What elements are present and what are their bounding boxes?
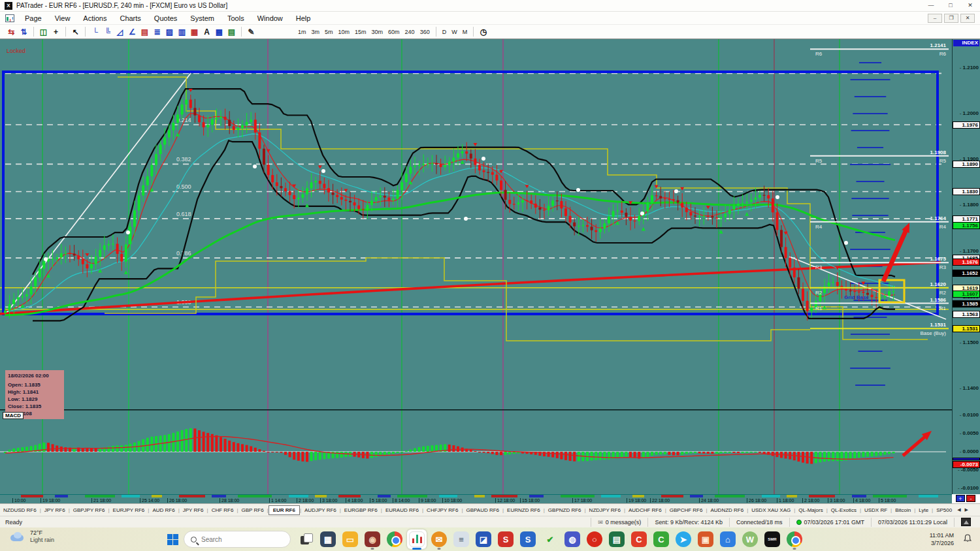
zoom-in-button[interactable]: + [956, 495, 965, 502]
symbol-tab-gbpchf-rf6[interactable]: GBPCHF RF6 [666, 507, 706, 514]
cascade-windows-icon[interactable]: ⇅ [18, 26, 29, 37]
chart-area[interactable]: 0.2140.3820.5000.6180.7861.0001.2141R6R6… [0, 39, 952, 494]
heatgrid-icon[interactable]: ▦ [189, 26, 200, 37]
photos-icon[interactable]: ◪ [474, 529, 493, 549]
pencil-icon[interactable]: ✎ [246, 26, 257, 37]
timeframe-button-5m[interactable]: 5m [322, 29, 336, 35]
child-minimize-button[interactable]: – [928, 14, 942, 23]
timeframe-button-15m[interactable]: 15m [352, 29, 369, 35]
symbol-tab-usdx-rf[interactable]: USDX RF [861, 507, 890, 514]
period-button-M[interactable]: M [460, 29, 470, 35]
bank-app-icon[interactable]: ⌂ [718, 529, 738, 549]
symbol-tab-jpy-rf6[interactable]: JPY RF6 [180, 507, 207, 514]
notification-bell-icon[interactable] [963, 534, 972, 543]
symbol-tab-gbpjpy-rf6[interactable]: GBPJPY RF6 [70, 507, 108, 514]
orange-app-icon[interactable]: ▣ [696, 529, 715, 549]
start-button[interactable] [167, 534, 178, 545]
vault-app-icon[interactable]: ◉ [363, 529, 382, 549]
timeframe-button-1m[interactable]: 1m [295, 29, 309, 35]
vlines-icon[interactable]: ▥ [176, 26, 188, 37]
tile-windows-icon[interactable]: ⇆ [6, 26, 17, 37]
outlook-icon[interactable]: ✉ [429, 529, 449, 549]
search-box[interactable] [184, 531, 291, 548]
menu-item-window[interactable]: Window [251, 14, 289, 22]
tab-scroll-right[interactable]: ▶ [963, 507, 970, 512]
zoom-out-button[interactable]: - [966, 495, 975, 502]
price-chart-svg[interactable]: 0.2140.3820.5000.6180.7861.0001.2141R6R6… [0, 39, 952, 494]
menu-item-charts[interactable]: Charts [113, 14, 147, 22]
red-circle-app-icon[interactable]: ○ [585, 529, 604, 549]
symbol-tab-chfjpy-rf6[interactable]: CHFJPY RF6 [423, 507, 461, 514]
symbol-tab-sp500[interactable]: SP500 [933, 507, 955, 514]
symbol-tab-gbp-rf6[interactable]: GBP RF6 [238, 507, 267, 514]
menu-item-actions[interactable]: Actions [76, 14, 113, 22]
blue-app-icon[interactable]: ◍ [563, 529, 582, 549]
telegram-icon[interactable]: ➤ [674, 529, 693, 549]
symbol-tab-eurjpy-rf6[interactable]: EURJPY RF6 [110, 507, 148, 514]
period-button-W[interactable]: W [449, 29, 460, 35]
timeframe-button-30m[interactable]: 30m [369, 29, 386, 35]
symbol-tab-eurgbp-rf6[interactable]: EURGBP RF6 [341, 507, 381, 514]
search-input[interactable] [201, 536, 273, 543]
symbol-tab-bitcoin[interactable]: Bitcoin [892, 507, 914, 514]
close-button[interactable]: ✕ [960, 0, 980, 11]
smr-app-icon[interactable]: SMR [762, 529, 782, 549]
symbol-tab-audnzd-rf6[interactable]: AUDNZD RF6 [708, 507, 747, 514]
trendline-icon[interactable]: ◿ [114, 26, 125, 37]
menu-item-system[interactable]: System [184, 14, 221, 22]
status-alert-cell[interactable] [954, 518, 980, 527]
file-explorer-icon[interactable]: ▭ [340, 529, 360, 549]
timeframe-button-60m[interactable]: 60m [385, 29, 402, 35]
webull-icon[interactable]: W [740, 529, 760, 549]
symbol-tab-ql-majors[interactable]: QL-Majors [795, 507, 826, 514]
symbol-tab-nzdusd-rf6[interactable]: NZDUSD RF6 [0, 507, 40, 514]
chart-line-icon[interactable]: └ [90, 26, 101, 37]
crosshair-icon[interactable]: + [50, 26, 61, 37]
symbol-tab-aud-rf6[interactable]: AUD RF6 [149, 507, 178, 514]
symbol-tab-nzdjpy-rf6[interactable]: NZDJPY RF6 [586, 507, 624, 514]
hatch-icon[interactable]: ▨ [164, 26, 175, 37]
chrome-icon[interactable] [385, 529, 404, 549]
symbol-tab-audjpy-rf6[interactable]: AUDJPY RF6 [301, 507, 340, 514]
symbol-tab-eur-rf6[interactable]: EUR RF6 [269, 505, 300, 515]
symbol-tab-audchf-rf6[interactable]: AUDCHF RF6 [625, 507, 665, 514]
symbol-tab-jpy-rf6[interactable]: JPY RF6 [41, 507, 69, 514]
menu-item-quotes[interactable]: Quotes [148, 14, 184, 22]
weather-widget[interactable]: 72°F Light rain [9, 529, 54, 544]
channel-icon[interactable]: ∠ [127, 26, 138, 37]
notepad-icon[interactable]: ≡ [451, 529, 471, 549]
maximize-button[interactable]: □ [941, 0, 960, 11]
period-button-D[interactable]: D [440, 29, 449, 35]
hlines-icon[interactable]: ≣ [152, 26, 163, 37]
status-messages[interactable]: ✉ 0 message(s) [591, 518, 647, 527]
timeframe-button-240[interactable]: 240 [402, 29, 417, 35]
symbol-tab-lyte[interactable]: Lyte [915, 507, 932, 514]
minimize-button[interactable]: — [921, 0, 941, 11]
symbol-tab-chf-rf6[interactable]: CHF RF6 [208, 507, 237, 514]
symbol-tab-ql-exotics[interactable]: QL-Exotics [828, 507, 860, 514]
child-restore-button[interactable]: ❐ [944, 14, 958, 23]
chart-step-icon[interactable]: ╚ [102, 26, 113, 37]
session-clock-icon[interactable]: ◷ [478, 26, 489, 37]
camtasia-icon[interactable]: C [651, 529, 671, 549]
s-blue-app-icon[interactable]: S [518, 529, 538, 549]
c-red-app-icon[interactable]: C [629, 529, 649, 549]
symbol-tab-euraud-rf6[interactable]: EURAUD RF6 [382, 507, 422, 514]
patrader-icon[interactable] [407, 529, 427, 549]
symbol-tab-gbpnzd-rf6[interactable]: GBPNZD RF6 [545, 507, 585, 514]
pattern-icon[interactable]: ▩ [214, 26, 225, 37]
timeframe-button-10m[interactable]: 10m [336, 29, 353, 35]
text-tool-icon[interactable]: A [201, 26, 212, 37]
s-red-app-icon[interactable]: S [496, 529, 515, 549]
symbol-tab-usdx-xau-xag[interactable]: USDX XAU XAG [748, 507, 794, 514]
menu-item-tools[interactable]: Tools [221, 14, 251, 22]
task-view-icon[interactable] [296, 529, 316, 549]
symbol-tab-eurnzd-rf6[interactable]: EURNZD RF6 [504, 507, 544, 514]
new-chart-icon[interactable]: ◫ [38, 26, 49, 37]
calculator-icon[interactable]: ▦ [318, 529, 338, 549]
taskbar-clock[interactable]: 11:01 AM 3/7/2026 [930, 531, 954, 547]
grid-green-icon[interactable]: ▤ [226, 26, 237, 37]
menu-item-view[interactable]: View [48, 14, 77, 22]
menu-item-page[interactable]: Page [18, 14, 48, 22]
menu-item-help[interactable]: Help [289, 14, 318, 22]
